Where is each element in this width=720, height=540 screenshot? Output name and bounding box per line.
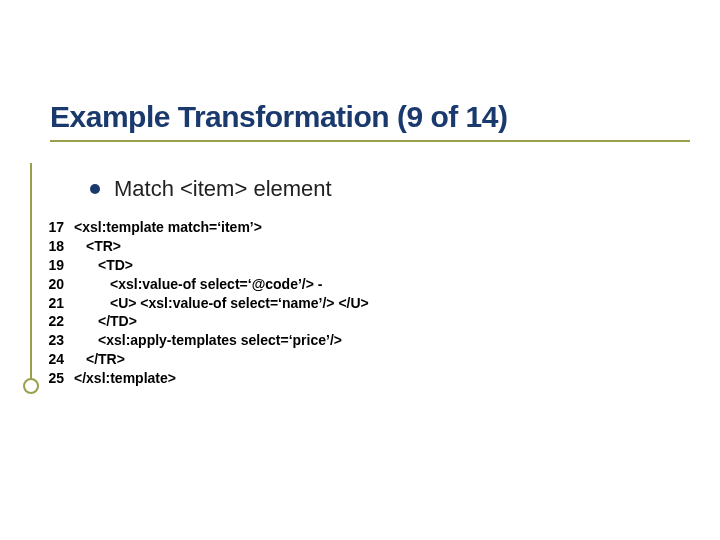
line-number: 19 bbox=[44, 256, 74, 275]
line-number: 21 bbox=[44, 294, 74, 313]
code-text: <U> <xsl:value-of select=‘name’/> </U> bbox=[74, 294, 369, 313]
title-bar: Example Transformation (9 of 14) bbox=[50, 100, 690, 142]
code-line: 24 </TR> bbox=[44, 350, 369, 369]
code-text: <xsl:apply-templates select=‘price’/> bbox=[74, 331, 342, 350]
code-text: </xsl:template> bbox=[74, 369, 176, 388]
line-number: 25 bbox=[44, 369, 74, 388]
code-text: <xsl:template match=‘item’> bbox=[74, 218, 262, 237]
code-block: 17 <xsl:template match=‘item’> 18 <TR> 1… bbox=[44, 218, 369, 388]
line-number: 24 bbox=[44, 350, 74, 369]
line-number: 17 bbox=[44, 218, 74, 237]
code-text: <xsl:value-of select=‘@code’/> - bbox=[74, 275, 322, 294]
code-line: 21 <U> <xsl:value-of select=‘name’/> </U… bbox=[44, 294, 369, 313]
code-line: 22 </TD> bbox=[44, 312, 369, 331]
code-text: </TD> bbox=[74, 312, 137, 331]
line-number: 18 bbox=[44, 237, 74, 256]
accent-circle-icon bbox=[23, 378, 39, 394]
slide-title: Example Transformation (9 of 14) bbox=[50, 100, 690, 134]
line-number: 23 bbox=[44, 331, 74, 350]
code-text: <TD> bbox=[74, 256, 133, 275]
code-line: 17 <xsl:template match=‘item’> bbox=[44, 218, 369, 237]
line-number: 22 bbox=[44, 312, 74, 331]
bullet-text: Match <item> element bbox=[114, 176, 332, 202]
code-line: 20 <xsl:value-of select=‘@code’/> - bbox=[44, 275, 369, 294]
accent-vertical-line bbox=[30, 163, 32, 388]
line-number: 20 bbox=[44, 275, 74, 294]
code-text: <TR> bbox=[74, 237, 121, 256]
bullet-dot-icon bbox=[90, 184, 100, 194]
code-text: </TR> bbox=[74, 350, 125, 369]
code-line: 19 <TD> bbox=[44, 256, 369, 275]
code-line: 18 <TR> bbox=[44, 237, 369, 256]
bullet-item: Match <item> element bbox=[90, 176, 332, 202]
code-line: 25 </xsl:template> bbox=[44, 369, 369, 388]
code-line: 23 <xsl:apply-templates select=‘price’/> bbox=[44, 331, 369, 350]
